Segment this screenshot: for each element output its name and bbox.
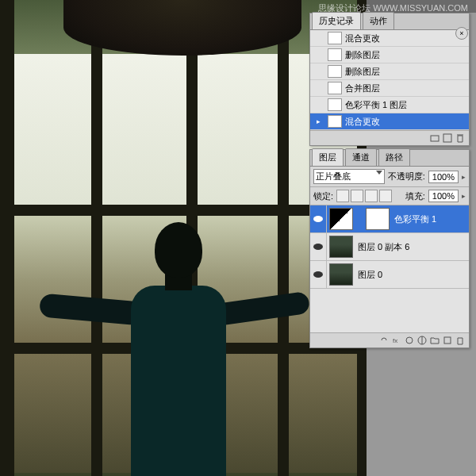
lock-label: 锁定: <box>313 190 333 202</box>
document-icon <box>328 115 342 128</box>
link-layers-icon[interactable] <box>378 335 390 346</box>
chevron-right-icon[interactable]: ▸ <box>462 173 466 181</box>
layers-panel: 图层 通道 路径 正片叠底 不透明度: 100% ▸ 锁定: 填充: 100% … <box>309 149 470 348</box>
tab-paths[interactable]: 路径 <box>378 148 410 166</box>
svg-text:fx: fx <box>393 337 397 344</box>
tab-layers[interactable]: 图层 <box>312 148 344 166</box>
new-icon[interactable] <box>442 132 453 144</box>
history-item[interactable]: ▸混合更改 <box>310 113 469 130</box>
layer-name: 图层 0 副本 6 <box>358 241 409 253</box>
document-icon <box>328 82 342 94</box>
snapshot-icon[interactable] <box>429 132 440 144</box>
lock-position-icon[interactable] <box>365 190 378 202</box>
history-item[interactable]: 混合更改 <box>310 30 469 47</box>
blend-mode-select[interactable]: 正片叠底 <box>313 169 385 184</box>
history-item[interactable]: 删除图层 <box>310 47 469 63</box>
history-item[interactable]: 删除图层 <box>310 63 469 80</box>
panel-close-icon[interactable]: × <box>455 27 468 40</box>
blend-row: 正片叠底 不透明度: 100% ▸ <box>310 167 469 187</box>
history-panel: 历史记录 动作 混合更改 删除图层 删除图层 合并图层 色彩平衡 1 图层 ▸混… <box>309 13 470 146</box>
mask-icon[interactable] <box>404 335 415 346</box>
eye-icon <box>313 244 323 250</box>
history-item[interactable]: 合并图层 <box>310 80 469 97</box>
layer-thumb[interactable] <box>329 263 353 286</box>
layers-tabbar: 图层 通道 路径 <box>310 150 469 167</box>
document-icon <box>328 32 342 44</box>
opacity-label: 不透明度: <box>388 171 425 182</box>
link-icon[interactable] <box>356 213 363 225</box>
layer-name: 图层 0 <box>358 269 382 281</box>
history-tabbar: 历史记录 动作 <box>310 13 469 30</box>
tab-actions[interactable]: 动作 <box>363 12 394 29</box>
lock-transparency-icon[interactable] <box>336 190 349 202</box>
trash-icon[interactable] <box>455 335 466 346</box>
adjustment-icon[interactable] <box>416 335 428 346</box>
eye-icon <box>313 271 323 278</box>
layers-list: 色彩平衡 1 图层 0 副本 6 图层 0 <box>310 205 469 332</box>
trash-icon[interactable] <box>455 132 466 144</box>
svg-rect-0 <box>431 136 439 141</box>
mask-thumb[interactable] <box>366 208 390 230</box>
svg-point-3 <box>406 337 413 344</box>
opacity-input[interactable]: 100% <box>428 171 459 183</box>
history-footer <box>310 130 469 145</box>
lock-all-icon[interactable] <box>379 190 392 202</box>
blend-mode-value: 正片叠底 <box>316 171 351 182</box>
fill-label: 填充: <box>405 190 425 202</box>
document-icon <box>328 98 342 111</box>
history-item[interactable]: 色彩平衡 1 图层 <box>310 97 469 113</box>
curtain <box>63 0 301 56</box>
tab-channels[interactable]: 通道 <box>345 148 377 166</box>
history-list: 混合更改 删除图层 删除图层 合并图层 色彩平衡 1 图层 ▸混合更改 <box>310 30 469 130</box>
layers-footer: fx <box>310 332 469 347</box>
chevron-right-icon[interactable]: ▸ <box>462 192 466 200</box>
tab-history[interactable]: 历史记录 <box>312 12 361 29</box>
layer-thumb[interactable] <box>329 208 353 230</box>
layer-name: 色彩平衡 1 <box>394 213 436 225</box>
fill-input[interactable]: 100% <box>428 190 459 202</box>
visibility-toggle[interactable] <box>310 261 327 288</box>
new-layer-icon[interactable] <box>442 335 453 346</box>
fx-icon[interactable]: fx <box>391 335 402 346</box>
layer-row[interactable]: 图层 0 副本 6 <box>310 233 469 261</box>
svg-rect-5 <box>444 337 451 344</box>
svg-rect-1 <box>443 134 451 142</box>
layer-row[interactable]: 色彩平衡 1 <box>310 205 469 233</box>
layer-thumb[interactable] <box>329 236 353 258</box>
document-icon <box>328 65 342 78</box>
lock-pixels-icon[interactable] <box>351 190 363 202</box>
folder-icon[interactable] <box>429 335 440 346</box>
document-icon <box>328 48 342 61</box>
visibility-toggle[interactable] <box>310 233 327 260</box>
eye-icon <box>313 216 323 222</box>
chevron-down-icon <box>376 171 382 175</box>
layer-row[interactable]: 图层 0 <box>310 261 469 289</box>
visibility-toggle[interactable] <box>310 205 327 232</box>
lock-row: 锁定: 填充: 100% ▸ <box>310 187 469 205</box>
